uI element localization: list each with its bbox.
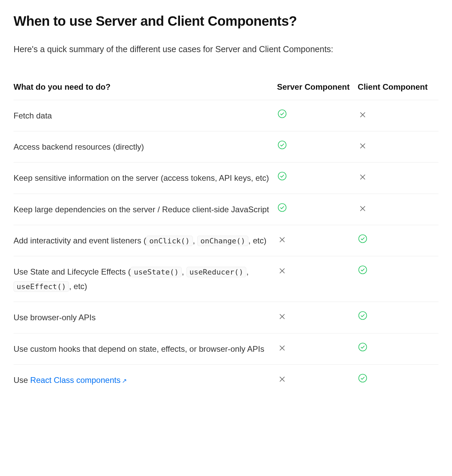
- task-cell: Add interactivity and event listeners (o…: [14, 225, 277, 256]
- cell-text: ,: [193, 236, 197, 245]
- svg-point-14: [359, 235, 367, 242]
- table-row: Add interactivity and event listeners (o…: [14, 225, 438, 256]
- task-cell: Fetch data: [14, 100, 277, 131]
- check-icon: [277, 171, 287, 181]
- task-cell: Use custom hooks that depend on state, e…: [14, 333, 277, 364]
- cell-text: Use custom hooks that depend on state, e…: [14, 344, 264, 353]
- table-row: Access backend resources (directly): [14, 131, 438, 163]
- svg-point-17: [359, 266, 367, 274]
- check-icon: [358, 373, 368, 383]
- inline-code: useReducer(): [186, 267, 247, 277]
- table-row: Use browser-only APIs: [14, 302, 438, 333]
- check-icon: [277, 109, 287, 119]
- cell-text: Fetch data: [14, 111, 52, 120]
- svg-point-26: [359, 374, 367, 382]
- task-cell: Keep sensitive information on the server…: [14, 163, 277, 194]
- task-cell: Use State and Lifecycle Effects (useStat…: [14, 256, 277, 302]
- server-cell: [277, 225, 358, 256]
- cross-icon: [277, 311, 287, 322]
- server-cell: [277, 163, 358, 194]
- cell-text: Add interactivity and event listeners (: [14, 236, 146, 245]
- inline-code: onClick(): [146, 236, 193, 246]
- col-header-client: Client Component: [358, 76, 438, 100]
- client-cell: [358, 163, 438, 194]
- table-row: Fetch data: [14, 100, 438, 131]
- client-cell: [358, 256, 438, 302]
- check-icon: [277, 202, 287, 213]
- server-cell: [277, 131, 358, 163]
- external-link-icon: ↗: [122, 375, 127, 386]
- svg-point-3: [278, 141, 286, 149]
- client-cell: [358, 100, 438, 131]
- client-cell: [358, 225, 438, 256]
- cell-text: Use State and Lifecycle Effects (: [14, 267, 131, 276]
- check-icon: [358, 310, 368, 321]
- cross-icon: [277, 266, 287, 276]
- section-heading: When to use Server and Client Components…: [14, 14, 438, 29]
- check-icon: [358, 234, 368, 244]
- task-cell: Use browser-only APIs: [14, 302, 277, 333]
- cell-text: Keep sensitive information on the server…: [14, 173, 269, 182]
- server-cell: [277, 100, 358, 131]
- comparison-table: What do you need to do? Server Component…: [14, 76, 438, 395]
- table-row: Use React Class components↗: [14, 364, 438, 395]
- client-cell: [358, 364, 438, 395]
- cross-icon: [277, 343, 287, 353]
- table-row: Use State and Lifecycle Effects (useStat…: [14, 256, 438, 302]
- client-cell: [358, 302, 438, 333]
- server-cell: [277, 256, 358, 302]
- client-cell: [358, 194, 438, 225]
- svg-point-6: [278, 172, 286, 180]
- check-icon: [358, 265, 368, 275]
- server-cell: [277, 194, 358, 225]
- svg-point-9: [278, 203, 286, 211]
- cell-text: , etc): [69, 282, 87, 291]
- client-cell: [358, 333, 438, 364]
- cross-icon: [358, 110, 368, 120]
- server-cell: [277, 364, 358, 395]
- cell-text: ,: [246, 267, 249, 276]
- cell-text: Use: [14, 375, 30, 385]
- cross-icon: [358, 172, 368, 182]
- check-icon: [277, 140, 287, 150]
- inline-code: onChange(): [197, 236, 248, 246]
- cell-text: Use browser-only APIs: [14, 313, 96, 322]
- cross-icon: [277, 235, 287, 245]
- task-cell: Use React Class components↗: [14, 364, 277, 395]
- cell-text: ,: [182, 267, 186, 276]
- task-cell: Access backend resources (directly): [14, 131, 277, 163]
- svg-point-20: [359, 312, 367, 320]
- cell-text: , etc): [248, 236, 266, 245]
- svg-point-23: [359, 343, 367, 351]
- external-link[interactable]: React Class components↗: [30, 375, 127, 385]
- table-row: Keep large dependencies on the server / …: [14, 194, 438, 225]
- svg-point-0: [278, 110, 286, 117]
- col-header-server: Server Component: [277, 76, 358, 100]
- cross-icon: [358, 203, 368, 214]
- section-intro: Here's a quick summary of the different …: [14, 42, 438, 56]
- server-cell: [277, 302, 358, 333]
- inline-code: useState(): [131, 267, 182, 277]
- check-icon: [358, 342, 368, 352]
- task-cell: Keep large dependencies on the server / …: [14, 194, 277, 225]
- cross-icon: [277, 374, 287, 384]
- client-cell: [358, 131, 438, 163]
- cell-text: Keep large dependencies on the server / …: [14, 205, 269, 214]
- cross-icon: [358, 141, 368, 151]
- col-header-task: What do you need to do?: [14, 76, 277, 100]
- table-row: Keep sensitive information on the server…: [14, 163, 438, 194]
- inline-code: useEffect(): [14, 281, 69, 292]
- table-row: Use custom hooks that depend on state, e…: [14, 333, 438, 364]
- cell-text: Access backend resources (directly): [14, 142, 144, 151]
- server-cell: [277, 333, 358, 364]
